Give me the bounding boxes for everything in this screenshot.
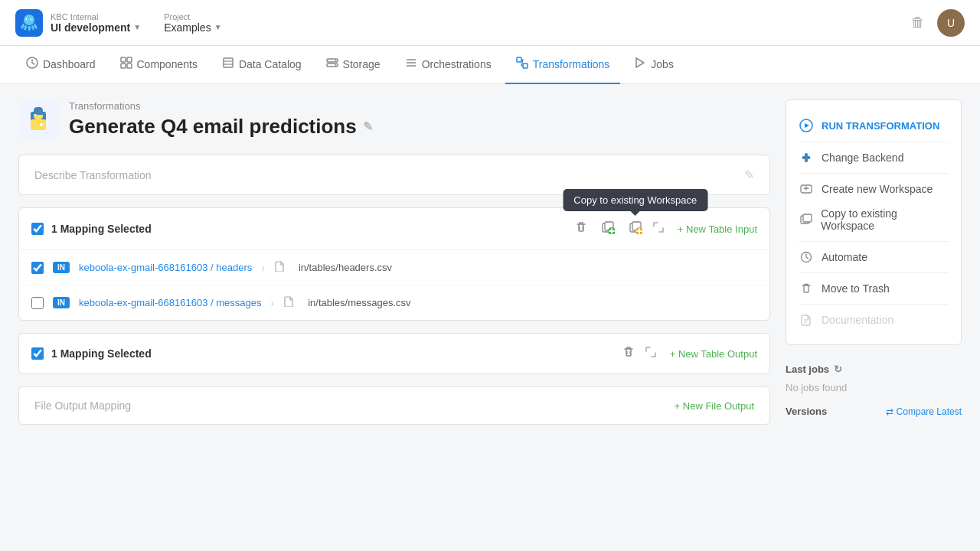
- new-table-input-button[interactable]: + New Table Input: [678, 223, 757, 235]
- output-mapping-card: 1 Mapping Selected + New Table Output: [18, 333, 770, 374]
- svg-point-5: [31, 18, 32, 19]
- nav-label-transformations: Transformations: [533, 58, 610, 70]
- divider-3: [799, 241, 949, 242]
- source-link-2[interactable]: keboola-ex-gmail-668161603 / messages: [79, 297, 261, 308]
- file-output-row: File Output Mapping + New File Output: [19, 387, 769, 424]
- storage-icon: [326, 57, 338, 72]
- automate-icon: [799, 251, 814, 263]
- output-mapping-count: 1 Mapping Selected: [51, 347, 612, 360]
- move-trash-label: Move to Trash: [822, 282, 890, 295]
- brand-workspace[interactable]: UI development ▼: [51, 21, 141, 34]
- automate-label: Automate: [822, 251, 867, 263]
- nav-item-data-catalog[interactable]: Data Catalog: [211, 46, 312, 84]
- expand-input-icon[interactable]: [653, 222, 664, 236]
- edit-title-icon[interactable]: ✎: [363, 119, 373, 134]
- copy-workspace-label: Copy to existing Workspace: [821, 207, 949, 232]
- change-backend-label: Change Backend: [822, 152, 903, 164]
- source-link-1[interactable]: keboola-ex-gmail-668161603 / headers: [79, 262, 252, 273]
- nav-item-orchestrations[interactable]: Orchestrations: [394, 46, 502, 84]
- no-jobs-text: No jobs found: [786, 382, 847, 393]
- input-mapping-count: 1 Mapping Selected: [51, 223, 564, 235]
- row-checkbox-2[interactable]: [31, 297, 44, 309]
- data-catalog-icon: [222, 57, 234, 72]
- divider-5: [799, 304, 949, 305]
- in-badge-1: IN: [53, 262, 70, 273]
- svg-point-4: [27, 18, 28, 19]
- input-select-all-checkbox[interactable]: [31, 223, 44, 235]
- svg-rect-9: [121, 64, 126, 68]
- input-delete-button[interactable]: [572, 218, 590, 240]
- in-badge-2: IN: [53, 297, 70, 308]
- dashboard-icon: [26, 57, 38, 72]
- svg-rect-47: [803, 214, 812, 222]
- divider-1: [799, 142, 949, 142]
- nav-item-storage[interactable]: Storage: [315, 46, 391, 84]
- project-selector[interactable]: Examples ▼: [164, 21, 221, 34]
- nav-item-jobs[interactable]: Jobs: [623, 46, 684, 84]
- brand-company: KBC Internal: [51, 12, 141, 21]
- copy-workspace-icon: [799, 214, 813, 226]
- change-backend-button[interactable]: Change Backend: [799, 145, 949, 170]
- brand-logo-icon: [15, 9, 43, 37]
- input-mapping-toolbar: 1 Mapping Selected: [19, 208, 769, 250]
- jobs-icon: [634, 57, 646, 72]
- new-table-output-button[interactable]: + New Table Output: [670, 348, 757, 360]
- copy-existing-workspace-button[interactable]: [626, 217, 645, 240]
- page-title: Generate Q4 email predictions: [69, 115, 357, 139]
- transformations-icon: [516, 57, 528, 72]
- svg-marker-44: [805, 123, 809, 128]
- project-chevron-icon: ▼: [214, 23, 222, 31]
- output-mapping-toolbar: 1 Mapping Selected + New Table Output: [19, 334, 769, 373]
- nav-item-components[interactable]: Components: [109, 46, 208, 84]
- svg-point-1: [24, 15, 34, 25]
- create-workspace-label: Create new Workspace: [822, 183, 933, 195]
- workspace-chevron-icon: ▼: [133, 23, 141, 31]
- svg-rect-11: [224, 58, 233, 67]
- create-workspace-button[interactable]: Create new Workspace: [799, 177, 949, 201]
- svg-rect-22: [523, 64, 528, 68]
- nav-label-jobs: Jobs: [651, 58, 674, 70]
- copy-new-workspace-button[interactable]: [598, 217, 618, 240]
- expand-output-icon[interactable]: [645, 347, 656, 360]
- output-select-all-checkbox[interactable]: [31, 347, 44, 360]
- main-nav: Dashboard Components Data Catalog Storag…: [0, 46, 980, 84]
- divider-4: [799, 272, 949, 273]
- create-workspace-icon: [799, 183, 814, 195]
- svg-rect-8: [127, 57, 132, 62]
- trash-icon[interactable]: 🗑: [911, 15, 925, 31]
- nav-item-transformations[interactable]: Transformations: [505, 46, 621, 84]
- run-label: RUN TRANSFORMATION: [822, 120, 939, 132]
- move-trash-icon: [799, 282, 814, 295]
- svg-rect-21: [517, 57, 521, 62]
- nav-label-data-catalog: Data Catalog: [239, 58, 302, 70]
- last-jobs-title: Last jobs ↻: [786, 364, 962, 375]
- documentation-icon: [799, 314, 814, 326]
- output-delete-button[interactable]: [619, 343, 638, 364]
- project-label: Project: [164, 12, 221, 21]
- compare-latest-button[interactable]: ⇄ Compare Latest: [886, 406, 962, 417]
- versions-row: Versions ⇄ Compare Latest: [786, 406, 962, 417]
- nav-label-orchestrations: Orchestrations: [422, 58, 492, 70]
- new-file-output-button[interactable]: + New File Output: [675, 400, 754, 412]
- avatar[interactable]: U: [937, 9, 965, 37]
- row-checkbox-1[interactable]: [31, 262, 44, 274]
- svg-point-16: [335, 60, 336, 61]
- arrow-icon-2: ›: [270, 297, 274, 309]
- last-jobs-section: Last jobs ↻ No jobs found Versions ⇄ Com…: [786, 357, 962, 423]
- nav-item-dashboard[interactable]: Dashboard: [15, 46, 106, 84]
- table-row: IN keboola-ex-gmail-668161603 / headers …: [19, 250, 769, 285]
- refresh-icon[interactable]: ↻: [834, 364, 842, 375]
- svg-marker-23: [636, 58, 644, 67]
- dest-file-icon-2: [283, 296, 294, 309]
- move-trash-button[interactable]: Move to Trash: [799, 276, 949, 301]
- automate-button[interactable]: Automate: [799, 245, 949, 269]
- sidebar-actions-panel: RUN TRANSFORMATION Change Backend Create…: [786, 99, 962, 345]
- describe-edit-icon[interactable]: ✎: [744, 168, 754, 182]
- describe-placeholder[interactable]: Describe Transformation: [34, 169, 152, 181]
- copy-workspace-sidebar-button[interactable]: Copy to existing Workspace: [799, 201, 949, 238]
- documentation-button[interactable]: Documentation: [799, 308, 949, 332]
- run-transformation-button[interactable]: RUN TRANSFORMATION: [799, 112, 949, 139]
- dest-file-icon-1: [274, 261, 285, 274]
- copy-existing-workspace-container: Copy to existing Workspace: [626, 217, 645, 240]
- arrow-icon-1: ›: [261, 262, 265, 274]
